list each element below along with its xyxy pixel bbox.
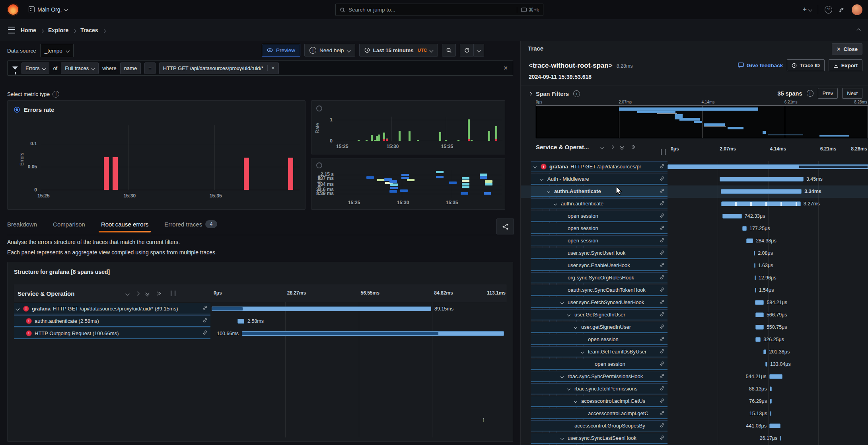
heatmap-cell[interactable] <box>390 187 398 189</box>
trace-span-row[interactable]: user.sync.SyncLastSeenHook26.17μs <box>521 432 868 445</box>
link-icon[interactable] <box>660 386 665 391</box>
query-filter-bar[interactable]: Errors of Full traces where name = HTTP … <box>7 61 513 76</box>
link-icon[interactable] <box>202 305 208 312</box>
span-bar[interactable] <box>770 411 771 416</box>
trace-span-row[interactable]: user.sync.EnableUserHook1.63μs <box>521 260 868 272</box>
heatmap-cell[interactable] <box>480 174 487 176</box>
span-bar[interactable] <box>242 331 504 336</box>
expand-one-icon[interactable] <box>136 291 140 295</box>
collapse-up-icon[interactable] <box>857 27 860 33</box>
link-icon[interactable] <box>660 435 665 440</box>
link-icon[interactable] <box>660 164 665 169</box>
link-icon[interactable] <box>660 349 665 354</box>
span-name-cell[interactable]: rbac.sync.fetchPermissions <box>531 383 668 394</box>
span-bar[interactable] <box>746 238 753 243</box>
rate-bar[interactable] <box>439 132 441 141</box>
trace-span-row[interactable]: accesscontrol.acimpl.GetUs76.29μs <box>521 395 868 408</box>
span-bar[interactable] <box>770 386 772 391</box>
menu-icon[interactable] <box>8 27 15 33</box>
rate-bar[interactable] <box>409 131 411 141</box>
link-icon[interactable] <box>660 188 665 195</box>
span-name-cell[interactable]: rbac.sync.SyncPermissionsHook <box>531 371 668 382</box>
refresh-interval-button[interactable] <box>474 44 484 57</box>
trace-span-row[interactable]: open session284.38μs <box>521 235 868 247</box>
span-bar[interactable] <box>763 349 767 354</box>
link-icon[interactable] <box>660 176 665 181</box>
collapse-one-icon[interactable] <box>600 145 604 149</box>
rate-bar[interactable] <box>371 135 373 141</box>
breadcrumb-item[interactable]: Traces <box>80 27 98 33</box>
link-icon[interactable] <box>660 201 665 206</box>
collapse-caret-icon[interactable] <box>547 190 554 193</box>
span-name-cell[interactable]: accesscontrol.GroupScopesBy <box>531 420 668 431</box>
user-avatar[interactable] <box>852 4 862 15</box>
heatmap-cell[interactable] <box>462 177 469 180</box>
prev-button[interactable]: Prev <box>818 88 838 99</box>
span-name-cell[interactable]: user.GetSignedInUser <box>531 309 668 320</box>
rate-bar[interactable] <box>471 140 473 141</box>
breadcrumb-item[interactable]: Home <box>21 27 36 33</box>
heatmap-cell[interactable] <box>389 180 397 183</box>
clear-filters-icon[interactable]: ✕ <box>503 65 508 71</box>
heatmap-cell[interactable] <box>462 185 469 188</box>
tab-errored-traces[interactable]: Errored traces4 <box>164 220 217 230</box>
span-name-cell[interactable]: !grafanaHTTP GET /api/datasources/pr <box>531 161 668 172</box>
trace-span-row[interactable]: user.sync.FetchSyncedUserHook584.21μs <box>521 297 868 309</box>
span-name-cell[interactable]: open session <box>531 334 668 345</box>
heatmap-cell[interactable] <box>484 192 491 195</box>
trace-span-row[interactable]: open session326.25μs <box>521 334 868 346</box>
link-icon[interactable] <box>660 349 665 355</box>
trace-span-row[interactable]: authn.Authenticate3.34ms <box>521 185 868 198</box>
help-icon[interactable]: ? <box>825 6 832 14</box>
link-icon[interactable] <box>660 238 665 243</box>
span-bar[interactable] <box>237 319 244 324</box>
heatmap-cell[interactable] <box>436 176 444 178</box>
link-icon[interactable] <box>660 423 665 429</box>
link-icon[interactable] <box>660 188 665 193</box>
error-bar[interactable] <box>288 158 293 190</box>
collapse-caret-icon[interactable] <box>541 178 547 180</box>
trace-span-row[interactable]: team.GetTeamIDsByUser201.38μs <box>521 346 868 358</box>
span-name-cell[interactable]: authn.authenticate <box>531 198 668 209</box>
trace-id-button[interactable]: Trace ID <box>787 59 825 71</box>
link-icon[interactable] <box>660 312 665 318</box>
span-bar[interactable] <box>721 189 802 194</box>
heatmap-cell[interactable] <box>389 190 397 193</box>
heatmap-cell[interactable] <box>462 180 469 182</box>
rate-bar[interactable] <box>378 135 380 141</box>
link-icon[interactable] <box>660 324 665 330</box>
heatmap-cell[interactable] <box>366 176 374 179</box>
link-icon[interactable] <box>660 225 665 230</box>
heatmap-cell[interactable] <box>436 171 444 173</box>
span-bar[interactable] <box>754 251 755 256</box>
link-icon[interactable] <box>660 287 665 292</box>
column-resize-handle[interactable] <box>171 291 175 296</box>
trace-span-row[interactable]: user.GetSignedInUser566.79μs <box>521 309 868 321</box>
link-icon[interactable] <box>660 386 665 392</box>
datasource-picker[interactable]: _tempo <box>40 44 74 57</box>
rate-bar[interactable] <box>457 140 459 141</box>
span-bar[interactable] <box>755 275 756 280</box>
link-icon[interactable] <box>660 225 665 232</box>
link-icon[interactable] <box>660 262 665 269</box>
span-bar[interactable] <box>742 226 747 231</box>
collapse-caret-icon[interactable] <box>561 375 568 378</box>
filter-field-chip[interactable]: name <box>120 62 141 74</box>
grafana-logo-icon[interactable] <box>7 4 19 16</box>
span-name-cell[interactable]: user.sync.SyncUserHook <box>531 248 668 259</box>
heatmap-cell[interactable] <box>400 189 408 192</box>
link-icon[interactable] <box>660 250 665 256</box>
rate-bar[interactable] <box>468 119 470 141</box>
link-icon[interactable] <box>202 330 208 335</box>
link-icon[interactable] <box>660 410 665 416</box>
trace-span-row[interactable]: accesscontrol.acimpl.getC15.13μs <box>521 408 868 420</box>
trace-span-row[interactable]: accesscontrol.GroupScopesBy441.08μs <box>521 420 868 432</box>
errors-rate-radio[interactable]: Errors rate <box>14 106 54 113</box>
rate-bar[interactable] <box>376 136 378 141</box>
refresh-button[interactable] <box>460 44 474 57</box>
collapse-caret-icon[interactable] <box>581 351 588 353</box>
trace-span-row[interactable]: user.getSignedInUser550.75μs <box>521 321 868 334</box>
link-icon[interactable] <box>660 250 665 255</box>
rate-bar[interactable] <box>417 140 419 141</box>
trace-span-row[interactable]: open session177.25μs <box>521 222 868 235</box>
